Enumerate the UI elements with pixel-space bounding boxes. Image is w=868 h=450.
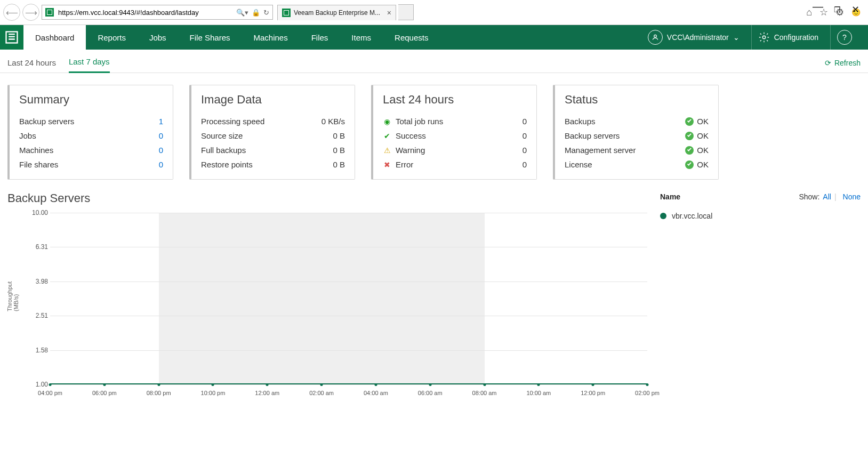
row-label: Source size <box>201 131 243 140</box>
user-menu[interactable]: VCC\Administrator ⌄ <box>641 25 746 50</box>
time-range-tabs: Last 24 hours Last 7 days ⟳ Refresh <box>0 50 868 73</box>
y-tick: 10.00 <box>25 209 48 216</box>
nav-jobs[interactable]: Jobs <box>138 25 178 50</box>
legend-color-dot <box>660 213 666 219</box>
nav-machines[interactable]: Machines <box>242 25 299 50</box>
row-value: 0 <box>523 160 527 169</box>
nav-file-shares[interactable]: File Shares <box>178 25 242 50</box>
forward-button[interactable]: ⟶ <box>22 4 39 21</box>
x-tick: 02:00 pm <box>635 390 660 396</box>
nav-reports[interactable]: Reports <box>86 25 138 50</box>
x-tick: 02:00 am <box>309 390 334 396</box>
card-title: Summary <box>19 93 163 107</box>
summary-cards: Summary Backup servers1 Jobs0 Machines0 … <box>0 73 868 185</box>
new-tab-button[interactable] <box>398 4 414 20</box>
card-title: Status <box>565 93 709 107</box>
minimize-icon[interactable]: — <box>813 1 823 13</box>
row-label: Success <box>396 131 426 140</box>
row-label: Total job runs <box>396 117 443 126</box>
row-label: Error <box>396 160 413 169</box>
refresh-label: Refresh <box>834 59 861 67</box>
main-nav: Dashboard Reports Jobs File Shares Machi… <box>0 25 868 50</box>
legend-item-label: vbr.vcc.local <box>672 212 712 220</box>
tab-last-24-hours[interactable]: Last 24 hours <box>7 58 56 73</box>
y-tick: 1.58 <box>25 347 48 354</box>
row-label: License <box>565 160 592 169</box>
configuration-label: Configuration <box>774 33 818 42</box>
gear-icon <box>758 31 770 43</box>
row-value: 0 B <box>333 160 345 169</box>
legend-show-label: Show: <box>799 192 819 201</box>
configuration-link[interactable]: Configuration <box>751 25 825 50</box>
success-icon: ✔ <box>383 132 391 140</box>
nav-items[interactable]: Items <box>340 25 383 50</box>
reload-icon[interactable]: ↻ <box>263 9 269 17</box>
warning-icon: ⚠ <box>383 146 391 155</box>
home-icon[interactable]: ⌂ <box>806 7 812 18</box>
search-icon[interactable]: 🔍▾ <box>236 9 248 17</box>
legend-show-none[interactable]: None <box>843 192 861 201</box>
maximize-icon[interactable]: ❐ <box>834 5 841 14</box>
x-tick: 10:00 am <box>526 390 551 396</box>
logo-icon <box>4 30 19 45</box>
row-value: OK <box>697 117 709 126</box>
nav-files[interactable]: Files <box>300 25 340 50</box>
row-label: Backup servers <box>19 117 74 126</box>
card-title: Image Data <box>201 93 345 107</box>
url-input[interactable] <box>57 8 233 17</box>
row-label: Full backups <box>201 146 246 155</box>
ok-icon <box>685 132 694 140</box>
tab-last-7-days[interactable]: Last 7 days <box>69 57 110 73</box>
row-label: Backups <box>565 117 596 126</box>
row-value: OK <box>697 160 709 169</box>
y-tick: 1.00 <box>25 381 48 388</box>
x-tick: 04:00 am <box>364 390 388 396</box>
row-label[interactable]: Backup servers <box>565 131 620 140</box>
x-tick: 08:00 am <box>472 390 497 396</box>
help-icon: ? <box>837 30 852 45</box>
back-button[interactable]: ⟵ <box>3 4 20 21</box>
browser-chrome: ⟵ ⟶ 🔍▾ 🔒 ↻ Veeam Backup Enterprise M... … <box>0 0 868 25</box>
nav-dashboard[interactable]: Dashboard <box>23 25 86 50</box>
svg-point-2 <box>762 36 766 39</box>
x-tick: 10:00 pm <box>201 390 226 396</box>
row-label: Jobs <box>19 131 36 140</box>
user-label: VCC\Administrator <box>667 33 729 42</box>
address-bar[interactable]: 🔍▾ 🔒 ↻ <box>42 5 273 20</box>
y-tick: 6.31 <box>25 243 48 251</box>
card-status: Status BackupsOK Backup serversOK Manage… <box>553 85 719 180</box>
chart-title: Backup Servers <box>7 191 647 205</box>
help-button[interactable]: ? <box>830 25 858 50</box>
legend-show-all[interactable]: All <box>823 192 831 201</box>
card-title: Last 24 hours <box>383 93 527 107</box>
tab-close-icon[interactable]: × <box>387 9 391 17</box>
site-icon <box>282 9 291 17</box>
window-controls: — ❐ ✕ <box>813 3 859 15</box>
row-label: Warning <box>396 146 425 155</box>
legend-item[interactable]: vbr.vcc.local <box>660 212 861 220</box>
row-label: Processing speed <box>201 117 264 126</box>
card-summary: Summary Backup servers1 Jobs0 Machines0 … <box>7 85 173 180</box>
row-value[interactable]: 1 <box>159 117 163 126</box>
site-icon <box>45 8 54 17</box>
row-value: 0 B <box>333 131 345 140</box>
ok-icon <box>685 146 694 155</box>
row-label: Restore points <box>201 160 253 169</box>
refresh-button[interactable]: ⟳ Refresh <box>825 59 861 73</box>
throughput-chart: Throughput (MB/s) 1.001.582.513.986.3110… <box>7 213 647 399</box>
row-value[interactable]: 0 <box>159 131 163 140</box>
x-tick: 04:00 pm <box>38 390 62 396</box>
app-logo[interactable] <box>0 25 23 50</box>
row-value[interactable]: 0 <box>159 146 163 155</box>
nav-requests[interactable]: Requests <box>383 25 440 50</box>
row-value: 0 KB/s <box>322 117 345 126</box>
tab-title: Veeam Backup Enterprise M... <box>294 9 380 17</box>
row-value[interactable]: 0 <box>159 160 163 169</box>
row-value: 0 <box>523 131 527 140</box>
browser-tab[interactable]: Veeam Backup Enterprise M... × <box>277 5 396 20</box>
row-value: 0 B <box>333 146 345 155</box>
close-icon[interactable]: ✕ <box>851 4 859 15</box>
ok-icon <box>685 117 694 126</box>
ok-icon <box>685 160 694 169</box>
row-label: Management server <box>565 146 636 155</box>
